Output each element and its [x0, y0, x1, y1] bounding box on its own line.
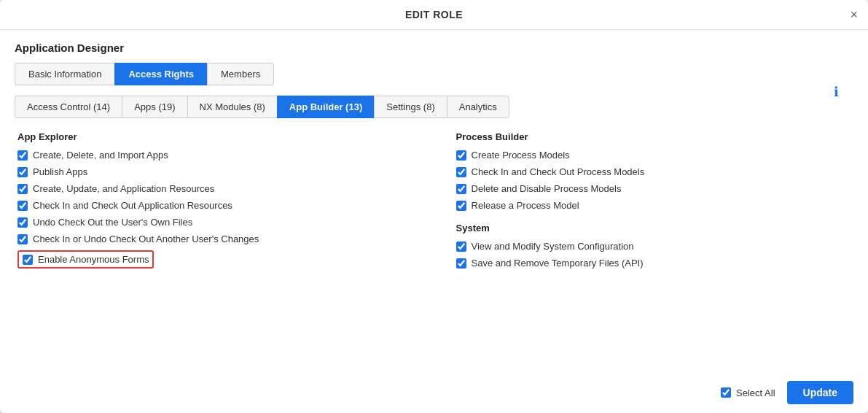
- list-item: Save and Remove Temporary Files (API): [456, 258, 851, 269]
- tab-app-builder[interactable]: App Builder (13): [277, 96, 374, 118]
- checkbox-delete-disable-process[interactable]: [456, 184, 466, 194]
- checkbox-label: Check In or Undo Check Out Another User'…: [33, 233, 259, 244]
- list-item: Publish Apps: [17, 166, 413, 177]
- tab-access-control[interactable]: Access Control (14): [15, 96, 122, 118]
- modal-title: EDIT ROLE: [405, 9, 463, 20]
- checkbox-create-update-resources[interactable]: [17, 184, 28, 194]
- checkbox-release-process[interactable]: [456, 201, 466, 211]
- select-all-area: Select All: [721, 387, 775, 398]
- modal-header: EDIT ROLE ×: [0, 0, 868, 30]
- list-item: Create, Update, and Application Resource…: [17, 183, 413, 194]
- select-all-label: Select All: [736, 387, 775, 398]
- checkbox-undo-checkout[interactable]: [17, 217, 28, 228]
- list-item: Create Process Models: [456, 150, 851, 161]
- checkbox-create-delete-import[interactable]: [17, 150, 28, 161]
- modal-body: Application Designer ℹ Basic Information…: [0, 30, 868, 372]
- checkbox-label: Create Process Models: [472, 150, 570, 161]
- close-button[interactable]: ×: [850, 8, 858, 21]
- list-item: Check In or Undo Check Out Another User'…: [17, 233, 413, 244]
- list-item: Release a Process Model: [456, 200, 851, 211]
- enable-anonymous-forms-item: Enable Anonymous Forms: [17, 250, 154, 269]
- app-explorer-title: App Explorer: [17, 131, 413, 142]
- secondary-tab-row: Access Control (14) Apps (19) NX Modules…: [15, 96, 853, 118]
- tab-access-rights[interactable]: Access Rights: [114, 63, 207, 85]
- list-item: Check In and Check Out Process Models: [456, 166, 851, 177]
- checkbox-label: View and Modify System Configuration: [472, 241, 634, 252]
- tab-apps[interactable]: Apps (19): [122, 96, 187, 118]
- list-item: Create, Delete, and Import Apps: [17, 150, 413, 161]
- checkbox-label: Check In and Check Out Process Models: [472, 166, 645, 177]
- info-icon[interactable]: ℹ: [834, 84, 839, 100]
- list-item: Undo Check Out the User's Own Files: [17, 217, 413, 228]
- update-button[interactable]: Update: [787, 381, 853, 404]
- checkbox-checkin-checkout-process[interactable]: [456, 167, 466, 177]
- content-area: App Explorer Create, Delete, and Import …: [15, 131, 853, 274]
- checkbox-publish-apps[interactable]: [17, 167, 28, 177]
- right-column: Process Builder Create Process Models Ch…: [456, 131, 851, 274]
- checkbox-label: Create, Delete, and Import Apps: [33, 150, 168, 161]
- checkbox-label: Undo Check Out the User's Own Files: [33, 217, 192, 228]
- checkbox-view-modify-system[interactable]: [456, 242, 466, 252]
- checkbox-label: Delete and Disable Process Models: [472, 183, 622, 194]
- tab-analytics[interactable]: Analytics: [447, 96, 509, 118]
- checkbox-checkin-undo-another[interactable]: [17, 234, 28, 244]
- checkbox-label: Create, Update, and Application Resource…: [33, 183, 214, 194]
- left-column: App Explorer Create, Delete, and Import …: [17, 131, 413, 274]
- tab-settings[interactable]: Settings (8): [374, 96, 446, 118]
- checkbox-label: Release a Process Model: [472, 200, 579, 211]
- list-item: Delete and Disable Process Models: [456, 183, 851, 194]
- checkbox-enable-anonymous-forms[interactable]: [23, 255, 33, 265]
- tab-basic-information[interactable]: Basic Information: [15, 63, 114, 85]
- list-item: View and Modify System Configuration: [456, 241, 851, 252]
- checkbox-checkin-checkout-resources[interactable]: [17, 201, 28, 211]
- checkbox-label: Enable Anonymous Forms: [38, 254, 149, 265]
- modal-footer: Select All Update: [0, 372, 868, 413]
- process-builder-title: Process Builder: [456, 131, 851, 142]
- system-title: System: [456, 223, 851, 233]
- app-designer-title: Application Designer: [15, 42, 853, 54]
- list-item: Check In and Check Out Application Resou…: [17, 200, 413, 211]
- edit-role-modal: EDIT ROLE × Application Designer ℹ Basic…: [0, 0, 868, 413]
- checkbox-label: Save and Remove Temporary Files (API): [472, 258, 644, 269]
- checkbox-label: Check In and Check Out Application Resou…: [33, 200, 232, 211]
- checkbox-label: Publish Apps: [33, 166, 87, 177]
- checkbox-save-remove-temp[interactable]: [456, 258, 466, 269]
- select-all-checkbox[interactable]: [721, 387, 731, 398]
- tab-nx-modules[interactable]: NX Modules (8): [187, 96, 277, 118]
- primary-tab-row: Basic Information Access Rights Members: [15, 63, 853, 85]
- checkbox-create-process-models[interactable]: [456, 150, 466, 161]
- tab-members[interactable]: Members: [207, 63, 274, 85]
